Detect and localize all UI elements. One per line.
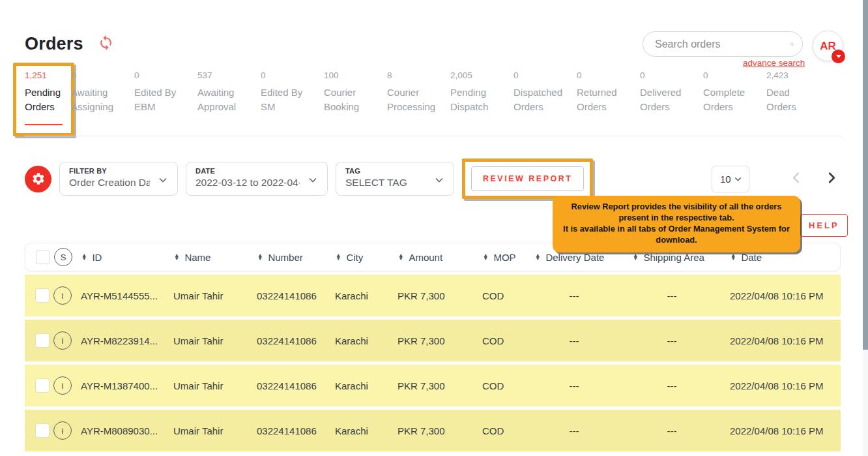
tab-dead-orders[interactable]: 2,423 Dead Orders bbox=[766, 70, 821, 125]
column-header-label: Amount bbox=[409, 252, 442, 263]
cell-city: Karachi bbox=[335, 380, 398, 391]
cell-date: 2022/04/08 10:16 PM bbox=[730, 380, 830, 391]
column-header-label: ID bbox=[92, 252, 102, 263]
tab-complete-orders[interactable]: 0 Complete Orders bbox=[703, 70, 758, 125]
column-header[interactable]: Name bbox=[174, 252, 257, 263]
cell-amount: PKR 7,300 bbox=[398, 380, 482, 391]
settings-button[interactable] bbox=[25, 166, 51, 192]
row-info-icon[interactable]: i bbox=[53, 421, 72, 440]
cell-city: Karachi bbox=[335, 425, 398, 436]
page-title: Orders bbox=[25, 34, 83, 54]
select-all-checkbox[interactable] bbox=[36, 250, 50, 264]
row-checkbox[interactable] bbox=[35, 423, 50, 438]
column-header[interactable]: City bbox=[336, 252, 398, 263]
status-s-icon[interactable]: S bbox=[54, 248, 72, 266]
column-header[interactable]: Delivery Date bbox=[535, 252, 633, 263]
row-checkbox[interactable] bbox=[35, 333, 50, 348]
title-row: Orders bbox=[25, 34, 114, 54]
cell-shipping_area: --- bbox=[632, 380, 730, 391]
row-info-icon[interactable]: i bbox=[53, 286, 72, 305]
sort-icon[interactable] bbox=[633, 254, 638, 261]
cell-shipping_area: --- bbox=[632, 290, 730, 301]
tab-count: 8 bbox=[387, 70, 442, 80]
cell-shipping_area: --- bbox=[632, 425, 730, 436]
tab-edited-by-ebm[interactable]: 0 Edited By EBM bbox=[134, 70, 189, 125]
tooltip-line-2: It is available in all tabs of Order Man… bbox=[562, 224, 791, 246]
tab-label: Dead Orders bbox=[766, 85, 821, 114]
help-button[interactable]: HELP bbox=[800, 214, 848, 237]
page-size-value: 10 bbox=[720, 174, 731, 185]
filter-by-dropdown[interactable]: FILTER BY Order Creation Date bbox=[59, 162, 178, 196]
sort-icon[interactable] bbox=[257, 254, 263, 261]
column-header[interactable]: Number bbox=[257, 252, 336, 263]
sort-icon[interactable] bbox=[535, 254, 540, 261]
column-header[interactable]: Amount bbox=[398, 252, 483, 263]
avatar[interactable]: AR bbox=[813, 31, 843, 61]
column-header[interactable]: MOP bbox=[483, 252, 535, 263]
row-info-icon[interactable]: i bbox=[53, 376, 72, 395]
search-input[interactable] bbox=[655, 38, 790, 50]
cell-mop: COD bbox=[482, 425, 534, 436]
cell-city: Karachi bbox=[335, 335, 398, 346]
tab-divider bbox=[25, 136, 842, 136]
column-header[interactable]: Shipping Area bbox=[633, 252, 731, 263]
tab-label: Dispatched Orders bbox=[514, 85, 568, 114]
date-label: DATE bbox=[195, 167, 300, 175]
gear-icon bbox=[31, 172, 46, 186]
orders-page: Orders advance search AR 1,251 Pending O… bbox=[0, 0, 868, 456]
tab-bar: 1,251 Pending Orders 0 Awaiting Assignin… bbox=[25, 70, 842, 125]
search-icon[interactable] bbox=[790, 37, 794, 52]
scrollbar-thumb[interactable] bbox=[863, 0, 868, 350]
active-tab-underline bbox=[25, 124, 63, 125]
table-row: i AYR-M8089030...Umair Tahir03224141086K… bbox=[25, 410, 841, 451]
tag-label: TAG bbox=[345, 167, 426, 175]
tab-awaiting-assigning[interactable]: 0 Awaiting Assigning bbox=[71, 70, 126, 125]
tab-pending-dispatch[interactable]: 2,005 Pending Dispatch bbox=[450, 70, 505, 125]
sort-icon[interactable] bbox=[81, 254, 87, 261]
cell-number: 03224141086 bbox=[257, 380, 335, 391]
sort-icon[interactable] bbox=[731, 254, 736, 261]
cell-delivery_date: --- bbox=[534, 425, 632, 436]
sort-icon[interactable] bbox=[483, 254, 488, 261]
advance-search-link[interactable]: advance search bbox=[743, 58, 805, 68]
column-header-label: Delivery Date bbox=[545, 252, 604, 263]
page-size-dropdown[interactable]: 10 bbox=[712, 166, 749, 192]
avatar-chevron-down-icon[interactable] bbox=[832, 50, 845, 63]
table-row: i AYR-M5144555...Umair Tahir03224141086K… bbox=[25, 275, 841, 316]
sort-icon[interactable] bbox=[336, 254, 341, 261]
tab-label: Courier Processing bbox=[387, 85, 442, 114]
tab-count: 537 bbox=[197, 70, 252, 80]
column-header[interactable]: Date bbox=[731, 252, 830, 263]
tab-pending-orders[interactable]: 1,251 Pending Orders bbox=[13, 63, 74, 136]
next-page-button[interactable] bbox=[823, 169, 841, 189]
row-checkbox[interactable] bbox=[35, 288, 50, 303]
tab-edited-by-sm[interactable]: 0 Edited By SM bbox=[261, 70, 315, 125]
column-header-label: City bbox=[346, 252, 363, 263]
review-report-button[interactable]: REVIEW REPORT bbox=[471, 166, 584, 191]
cell-delivery_date: --- bbox=[534, 380, 632, 391]
tab-count: 2,423 bbox=[766, 70, 821, 80]
page-scrollbar bbox=[863, 0, 868, 456]
row-checkbox[interactable] bbox=[35, 378, 50, 393]
tab-courier-booking[interactable]: 100 Courier Booking bbox=[324, 70, 379, 125]
cell-shipping_area: --- bbox=[632, 335, 730, 346]
sort-icon[interactable] bbox=[174, 254, 179, 261]
filter-row: FILTER BY Order Creation Date DATE 2022-… bbox=[25, 162, 842, 196]
date-range-dropdown[interactable]: DATE 2022-03-12 to 2022-04-10 bbox=[186, 162, 328, 196]
tab-awaiting-approval[interactable]: 537 Awaiting Approval bbox=[197, 70, 252, 125]
cell-city: Karachi bbox=[335, 290, 398, 301]
tag-dropdown[interactable]: TAG SELECT TAG bbox=[336, 162, 454, 196]
tab-returned-orders[interactable]: 0 Returned Orders bbox=[577, 70, 631, 125]
refresh-icon[interactable] bbox=[98, 35, 114, 53]
row-info-icon[interactable]: i bbox=[53, 331, 72, 350]
cell-id: AYR-M1387400... bbox=[81, 380, 173, 391]
tab-dispatched-orders[interactable]: 0 Dispatched Orders bbox=[514, 70, 568, 125]
tab-label: Complete Orders bbox=[703, 85, 758, 114]
column-header[interactable]: ID bbox=[81, 252, 174, 263]
tab-courier-processing[interactable]: 8 Courier Processing bbox=[387, 70, 442, 125]
previous-page-button[interactable] bbox=[787, 169, 805, 189]
tab-count: 0 bbox=[703, 70, 758, 80]
tab-delivered-orders[interactable]: 0 Delivered Orders bbox=[640, 70, 695, 125]
sort-icon[interactable] bbox=[398, 254, 403, 261]
tab-count: 0 bbox=[134, 70, 189, 80]
